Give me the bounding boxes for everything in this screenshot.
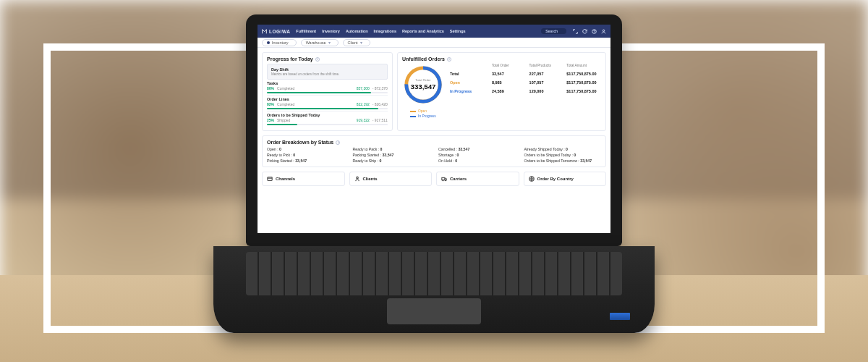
breakdown-item: On Hold : 0 — [438, 159, 516, 163]
nav-integrations[interactable]: Integrations — [374, 29, 396, 33]
top-nav-bar: LOGIWA Fulfillment Inventory Automation … — [258, 25, 610, 38]
breakdown-item: Orders to be Shipped Today : 0 — [524, 153, 602, 157]
sub-panel[interactable]: Order By Country — [524, 172, 607, 186]
sub-panel[interactable]: Clients — [349, 172, 433, 186]
brand-text: LOGIWA — [269, 29, 290, 34]
main-nav: Fulfillment Inventory Automation Integra… — [296, 29, 465, 33]
user-icon[interactable] — [600, 28, 606, 34]
breakdown-item: Cancelled : 33,547 — [438, 147, 516, 151]
info-icon[interactable]: i — [315, 57, 320, 62]
svg-text:Total Order: Total Order — [415, 78, 431, 82]
filter-bar: Inventory Warehouse▾ Client▾ — [258, 38, 610, 48]
help-icon[interactable] — [591, 28, 597, 34]
breakdown-item: Open : 0 — [267, 147, 344, 151]
svg-point-1 — [603, 30, 605, 32]
breakdown-item: Already Shipped Today : 0 — [524, 147, 602, 151]
expand-icon[interactable] — [572, 28, 578, 34]
nav-reports[interactable]: Reports and Analytics — [402, 29, 444, 33]
order-breakdown-panel: Order Breakdown by Statusi Open : 0Ready… — [262, 135, 606, 167]
breakdown-item: Packing Started : 33,547 — [353, 153, 430, 157]
unfulfilled-title: Unfulfilled Orders — [402, 56, 445, 62]
logo-icon — [262, 29, 267, 34]
progress-panel: Progress for Todayi Day Shift Metrics ar… — [262, 52, 393, 131]
shift-card: Day Shift Metrics are based on orders fr… — [267, 64, 388, 80]
progress-metric: Orders to be Shipped Today 25%Shipped 91… — [267, 111, 388, 127]
breakdown-item: Ready to Pack : 0 — [353, 147, 430, 151]
progress-title: Progress for Today — [267, 56, 313, 62]
nav-automation[interactable]: Automation — [346, 29, 368, 33]
breakdown-item: Shortage : 0 — [438, 153, 516, 157]
sub-panel[interactable]: Carriers — [436, 172, 519, 186]
breakdown-item: Picking Started : 33,547 — [267, 159, 344, 163]
total-order-ring: Total Order 333,547 Open In Progress — [402, 64, 444, 118]
progress-metric: Tasks 86%Completed 857,300 - 872,370 — [267, 80, 388, 96]
svg-rect-6 — [268, 177, 272, 181]
filter-inventory[interactable]: Inventory — [262, 39, 297, 46]
svg-point-7 — [356, 177, 358, 179]
brand-logo[interactable]: LOGIWA — [262, 29, 290, 34]
progress-metric: Order Lines 92%Completed 822,192 - 826,4… — [267, 96, 388, 111]
app-screen: LOGIWA Fulfillment Inventory Automation … — [258, 25, 610, 233]
shift-sub: Metrics are based on orders from the shi… — [271, 72, 383, 76]
breakdown-item: Orders to be Shipped Tomorrow : 33,547 — [524, 159, 602, 163]
refresh-icon[interactable] — [582, 28, 587, 34]
filter-client[interactable]: Client▾ — [343, 39, 370, 46]
nav-settings[interactable]: Settings — [450, 29, 466, 33]
info-icon[interactable]: i — [336, 140, 340, 145]
breakdown-title: Order Breakdown by Status — [267, 140, 333, 145]
laptop-keyboard — [213, 246, 655, 333]
nav-inventory[interactable]: Inventory — [322, 29, 340, 33]
unfulfilled-stats-grid: Total OrderTotal ProductsTotal AmountTot… — [450, 64, 601, 118]
laptop: LOGIWA Fulfillment Inventory Automation … — [246, 14, 622, 333]
filter-warehouse[interactable]: Warehouse▾ — [301, 39, 339, 46]
info-icon[interactable]: i — [447, 57, 451, 62]
top-icon-group — [572, 28, 606, 34]
sub-panel[interactable]: Channels — [262, 172, 345, 186]
breakdown-item: Ready to Pick : 0 — [267, 153, 344, 157]
svg-text:333,547: 333,547 — [410, 83, 435, 90]
search-input[interactable]: Search — [541, 28, 566, 34]
donut-chart-icon: Total Order 333,547 — [402, 64, 444, 106]
shift-title: Day Shift — [271, 67, 289, 72]
unfulfilled-panel: Unfulfilled Ordersi Total Order 333,547 … — [397, 52, 606, 131]
nav-fulfillment[interactable]: Fulfillment — [296, 29, 316, 33]
breakdown-item: Ready to Ship : 0 — [353, 159, 430, 163]
screen-bezel: LOGIWA Fulfillment Inventory Automation … — [246, 14, 622, 246]
